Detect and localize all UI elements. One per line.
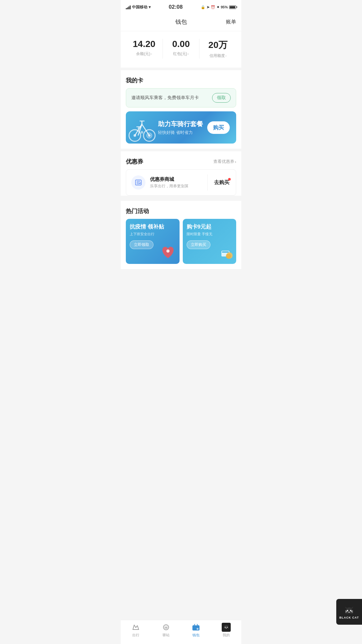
invite-claim-button[interactable]: 领取: [212, 93, 231, 103]
account-button[interactable]: 账单: [226, 19, 236, 25]
status-right: 🔒 ➤ ⏰ ⁕ 95%: [201, 5, 236, 9]
page-header: 钱包 账单: [121, 14, 241, 31]
battery-indicator: [229, 5, 236, 9]
coupon-icon-wrap: [131, 175, 145, 190]
hot-activities-title: 热门活动: [126, 207, 149, 215]
status-bar: 中国移动 ▾ 02:08 🔒 ➤ ⏰ ⁕ 95%: [121, 0, 241, 14]
svg-point-21: [226, 254, 231, 259]
credit-value: 20万: [200, 39, 236, 51]
location-icon: ➤: [207, 5, 209, 9]
bike-banner-title: 助力车骑行套餐: [158, 120, 207, 128]
activity-btn-0[interactable]: 立即领取: [130, 240, 153, 249]
balance-label: 余额(元) ›: [126, 51, 162, 57]
coupon-name: 优惠券商城: [150, 176, 189, 182]
balance-chevron: ›: [151, 52, 152, 56]
status-left: 中国移动 ▾: [126, 5, 151, 10]
credit-chevron: ›: [226, 54, 227, 58]
activity-illustration-0: +: [158, 243, 178, 262]
activity-btn-1[interactable]: 立即购买: [187, 240, 210, 249]
red-notification-dot: [228, 178, 231, 181]
coupon-title: 优惠券: [126, 158, 143, 165]
carrier-label: 中国移动: [132, 5, 147, 10]
svg-point-12: [141, 131, 143, 134]
coupon-right[interactable]: 去购买: [208, 179, 236, 186]
svg-point-13: [147, 133, 152, 138]
activity-subtitle-1: 限时限量 手慢无: [187, 232, 233, 237]
svg-point-15: [139, 182, 141, 184]
signal-bars: [126, 5, 131, 9]
red-packet-item[interactable]: 0.00 红包(元) ›: [162, 39, 200, 59]
hot-activities-grid: 抗疫情 领补贴 上下班安全出行 立即领取 + 购卡: [121, 219, 241, 269]
svg-text:+: +: [167, 250, 169, 253]
balance-value: 14.20: [126, 39, 162, 49]
coupon-left: 优惠券商城 乐享出行，用券更划算: [126, 170, 207, 195]
credit-label: 信用额度 ›: [200, 53, 236, 59]
hot-activities-section: 热门活动 抗疫情 领补贴 上下班安全出行 立即领取 +: [121, 201, 241, 269]
coupon-section: 优惠券 查看优惠券 › 优惠券商城 乐享出行，用券更划算: [121, 151, 241, 196]
coupon-section-header: 优惠券 查看优惠券 ›: [121, 151, 241, 169]
battery-percent: 95%: [221, 5, 228, 9]
my-cards-title: 我的卡: [121, 70, 241, 88]
bluetooth-icon: ⁕: [217, 5, 219, 9]
balance-amount-item[interactable]: 14.20 余额(元) ›: [126, 39, 162, 59]
hot-activities-header: 热门活动: [121, 201, 241, 219]
activity-card-1[interactable]: 购卡9元起 限时限量 手慢无 立即购买: [183, 219, 237, 264]
credit-item[interactable]: 20万 信用额度 ›: [199, 39, 236, 59]
bike-banner-subtitle: 轻快好骑 省时省力: [158, 130, 207, 135]
coupon-info: 优惠券商城 乐享出行，用券更划算: [150, 176, 189, 189]
activity-title-1: 购卡9元起: [187, 223, 233, 230]
bike-buy-button[interactable]: 购买: [207, 121, 230, 134]
balance-section: 14.20 余额(元) › 0.00 红包(元) › 20万 信用额度 ›: [121, 31, 241, 70]
invite-banner[interactable]: 邀请顺风车乘客，免费领单车月卡 领取: [126, 88, 236, 107]
activity-title-0: 抗疫情 领补贴: [130, 223, 176, 230]
coupon-desc: 乐享出行，用券更划算: [150, 183, 189, 189]
bike-package-banner[interactable]: 助力车骑行套餐 轻快好骑 省时省力 购买: [126, 111, 236, 144]
red-packet-label: 红包(元) ›: [163, 51, 200, 57]
view-coupon-chevron: ›: [235, 159, 236, 164]
activity-card-0[interactable]: 抗疫情 领补贴 上下班安全出行 立即领取 +: [126, 219, 180, 264]
page-title: 钱包: [175, 18, 187, 26]
my-cards-section: 我的卡 邀请顺风车乘客，免费领单车月卡 领取: [121, 70, 241, 149]
view-coupon-link[interactable]: 查看优惠券 ›: [213, 159, 236, 164]
coupon-buy-label: 去购买: [214, 179, 229, 186]
activity-subtitle-0: 上下班安全出行: [130, 232, 176, 237]
lock-icon: 🔒: [201, 5, 205, 9]
red-packet-chevron: ›: [188, 52, 189, 56]
coupon-mall-item[interactable]: 优惠券商城 乐享出行，用券更划算 去购买: [126, 169, 236, 196]
coupon-icon: [135, 179, 142, 186]
alarm-icon: ⏰: [211, 5, 215, 9]
activity-illustration-1: [215, 243, 234, 262]
svg-rect-19: [222, 251, 229, 253]
bike-illustration: [128, 115, 156, 144]
bike-banner-content: 助力车骑行套餐 轻快好骑 省时省力: [158, 120, 207, 135]
wifi-icon: ▾: [149, 5, 151, 9]
time-display: 02:08: [169, 4, 182, 10]
invite-banner-text: 邀请顺风车乘客，免费领单车月卡: [131, 95, 199, 101]
red-packet-value: 0.00: [163, 39, 200, 49]
